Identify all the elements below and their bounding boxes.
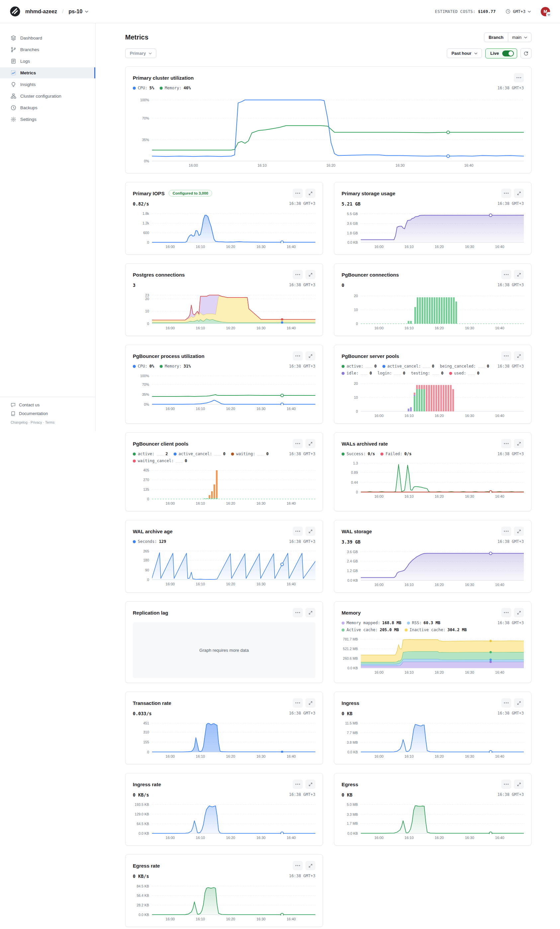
- card-expand-button[interactable]: [305, 270, 315, 279]
- chart: 100%70%35%0%: [133, 94, 524, 162]
- card-menu-button[interactable]: [293, 439, 303, 448]
- book-icon: [11, 411, 15, 416]
- card-expand-button[interactable]: [514, 780, 524, 789]
- sidebar-item-insights[interactable]: Insights: [0, 79, 95, 90]
- card-menu-button[interactable]: [501, 351, 511, 360]
- legal-links[interactable]: Changelog · Privacy · Terms: [11, 420, 90, 424]
- card-menu-button[interactable]: [501, 270, 511, 279]
- card-expand-button[interactable]: [514, 608, 524, 617]
- chart-plot[interactable]: [152, 466, 315, 500]
- chart-plot[interactable]: [152, 719, 315, 753]
- card-menu-button[interactable]: [501, 780, 511, 789]
- sidebar-item-dashboard[interactable]: Dashboard: [0, 32, 95, 43]
- card-menu-button[interactable]: [501, 698, 511, 708]
- sidebar-item-settings[interactable]: Settings: [0, 114, 95, 125]
- chart-plot[interactable]: [152, 372, 315, 405]
- card-expand-button[interactable]: [305, 527, 315, 536]
- x-tick-label: 16:10: [196, 836, 205, 840]
- card-expand-button[interactable]: [305, 351, 315, 360]
- legend-dot-icon: [341, 452, 344, 455]
- avatar[interactable]: M: [541, 7, 550, 16]
- card-expand-button[interactable]: [514, 270, 524, 279]
- card-expand-button[interactable]: [305, 861, 315, 870]
- chart-plot[interactable]: [361, 291, 524, 324]
- metric-current-value: 3.39 GB: [341, 539, 361, 544]
- card-menu-button[interactable]: [293, 608, 303, 617]
- card-menu-button[interactable]: [501, 608, 511, 617]
- app-logo-icon[interactable]: [10, 6, 20, 17]
- card-expand-button[interactable]: [514, 698, 524, 708]
- x-tick-label: 16:40: [464, 163, 473, 167]
- card-egress: Egress0 KB16:38 GMT+35.0 MB3.3 MB1.7 MB0…: [334, 773, 531, 846]
- y-tick-label: 35%: [142, 138, 149, 142]
- org-name[interactable]: mhmd-azeez: [25, 9, 57, 15]
- chart-plot[interactable]: [361, 801, 524, 834]
- x-tick-label: 16:40: [495, 583, 505, 587]
- scope-selector[interactable]: Primary: [125, 49, 156, 58]
- card-expand-button[interactable]: [514, 351, 524, 360]
- sidebar-item-metrics[interactable]: Metrics: [0, 67, 95, 78]
- card-menu-button[interactable]: [514, 73, 524, 82]
- card-expand-button[interactable]: [305, 189, 315, 198]
- card-expand-button[interactable]: [305, 698, 315, 708]
- sidebar-item-backups[interactable]: Backups: [0, 102, 95, 113]
- sidebar-item-branches[interactable]: Branches: [0, 44, 95, 55]
- chart-plot[interactable]: [152, 291, 315, 324]
- chart-plot[interactable]: [152, 801, 315, 834]
- legend-dot-icon: [133, 365, 136, 368]
- live-switch[interactable]: [502, 51, 514, 57]
- card-menu-button[interactable]: [293, 351, 303, 360]
- chart-plot[interactable]: [361, 719, 524, 753]
- card-expand-button[interactable]: [305, 780, 315, 789]
- chart-plot[interactable]: [361, 379, 524, 412]
- chart-plot[interactable]: [152, 210, 315, 243]
- sidebar-item-cluster-configuration[interactable]: Cluster configuration: [0, 90, 95, 101]
- chart-plot[interactable]: [152, 547, 315, 580]
- y-tick-label: 0%: [144, 402, 149, 406]
- chart-svg: [152, 719, 315, 753]
- card-menu-button[interactable]: [501, 189, 511, 198]
- card-menu-button[interactable]: [501, 527, 511, 536]
- timezone-selector[interactable]: GMT+3: [503, 9, 533, 14]
- sidebar-link-contact-us[interactable]: Contact us: [11, 402, 90, 408]
- chart-x-axis: 16:0016:1016:2016:3016:40: [361, 581, 524, 588]
- card-expand-button[interactable]: [514, 439, 524, 448]
- live-toggle[interactable]: Live: [485, 49, 517, 58]
- card-menu-button[interactable]: [293, 861, 303, 870]
- chart-plot[interactable]: [361, 636, 524, 669]
- sidebar-item-logs[interactable]: Logs: [0, 56, 95, 67]
- card-menu-button[interactable]: [293, 780, 303, 789]
- legend-leader: [361, 371, 367, 375]
- card-menu-button[interactable]: [293, 698, 303, 708]
- legend-leader: [432, 371, 439, 375]
- card-expand-button[interactable]: [305, 608, 315, 617]
- sidebar-link-documentation[interactable]: Documentation: [11, 411, 90, 416]
- time-range-selector[interactable]: Past hour: [447, 49, 482, 58]
- card-expand-button[interactable]: [514, 189, 524, 198]
- chart-y-axis: 100%70%35%0%: [133, 372, 152, 405]
- chart-plot[interactable]: [361, 548, 524, 581]
- card-egress-rate: Egress rate0 KB/s16:38 GMT+384.5 KB56.4 …: [125, 854, 323, 927]
- chart-svg: [361, 210, 524, 243]
- card-menu-button[interactable]: [293, 189, 303, 198]
- x-tick-label: 16:10: [405, 414, 414, 418]
- card-expand-button[interactable]: [305, 439, 315, 448]
- card-menu-button[interactable]: [293, 527, 303, 536]
- card-expand-button[interactable]: [514, 527, 524, 536]
- card-menu-button[interactable]: [501, 439, 511, 448]
- y-tick-label: 193.5 KB: [135, 802, 149, 806]
- card-menu-button[interactable]: [293, 270, 303, 279]
- card-pgbouncer-connections: PgBouncer connections016:38 GMT+32010016…: [334, 263, 531, 336]
- chart-plot[interactable]: [361, 210, 524, 243]
- branch-value-button[interactable]: main: [508, 33, 531, 42]
- chart-svg: [152, 291, 315, 324]
- legend-leader: [366, 365, 372, 368]
- legend-leader: [176, 459, 182, 463]
- chart-plot[interactable]: [361, 460, 524, 493]
- project-selector[interactable]: ps-10: [68, 9, 88, 15]
- refresh-button[interactable]: [520, 48, 531, 58]
- chart-plot[interactable]: [152, 94, 524, 162]
- legend-item: Memory:46%: [160, 86, 191, 90]
- chart-plot[interactable]: [152, 882, 315, 915]
- y-tick-label: 451: [143, 721, 149, 725]
